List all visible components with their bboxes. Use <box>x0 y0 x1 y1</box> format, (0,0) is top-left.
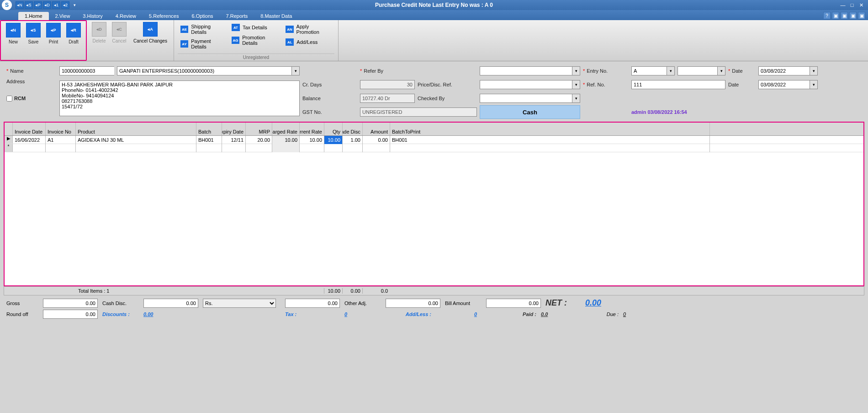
entry-series-input[interactable] <box>631 66 667 75</box>
referby-dropdown-button[interactable]: ▾ <box>572 66 580 75</box>
entryno-input[interactable] <box>677 66 717 75</box>
addless-value[interactable]: 0 <box>436 311 477 317</box>
grid-row[interactable]: ▶ 16/06/2022 A1 AGIDEXA INJ 30 ML BH001 … <box>5 136 863 144</box>
discounts-label[interactable]: Discounts : <box>102 311 139 317</box>
paid-label[interactable]: Paid : <box>482 311 536 317</box>
tab-home[interactable]: 1.Home <box>18 12 49 20</box>
qat-btn-1[interactable]: ◂N <box>16 1 24 9</box>
tax-label[interactable]: Tax : <box>285 311 340 317</box>
name-full-combo[interactable]: ▾ <box>117 66 300 75</box>
cell-rate[interactable]: 10.00 <box>300 136 324 144</box>
name-code-combo[interactable] <box>59 66 114 75</box>
draft-button[interactable]: ◂RDraft <box>65 23 82 44</box>
close-button[interactable]: ✕ <box>858 2 864 8</box>
col-invoice-no[interactable]: Invoice No <box>46 123 76 135</box>
tab-history[interactable]: 3.History <box>76 12 109 20</box>
tab-reports[interactable]: 7.Reports <box>220 12 254 20</box>
date2-input[interactable] <box>758 80 810 89</box>
cash-button[interactable]: Cash <box>480 105 580 119</box>
checkedby-combo[interactable]: ▾ <box>480 94 580 103</box>
tax-value[interactable]: 0 <box>344 311 372 317</box>
col-expiry-date[interactable]: Expiry Date <box>222 123 246 135</box>
cell-tdisc[interactable]: 1.00 <box>343 136 363 144</box>
checkedby-input[interactable] <box>480 94 572 103</box>
cashdisc-input[interactable] <box>143 299 198 308</box>
name-dropdown-button[interactable]: ▾ <box>291 66 300 75</box>
referby-input[interactable] <box>480 66 572 75</box>
promotion-details-link[interactable]: AGPromotion Details <box>232 35 280 46</box>
cell-product[interactable]: AGIDEXA INJ 30 ML <box>76 136 196 144</box>
date1-combo[interactable]: ▾ <box>758 66 818 75</box>
toolbar-icon-3[interactable]: ▣ <box>849 12 857 19</box>
tax-details-link[interactable]: ATTax Details <box>232 24 280 31</box>
qat-btn-4[interactable]: ◂D <box>43 1 51 9</box>
qat-dropdown[interactable]: ▾ <box>70 1 79 9</box>
cell-mrp[interactable]: 20.00 <box>246 136 272 144</box>
refno-input[interactable] <box>631 80 725 89</box>
entry-series-dropdown[interactable]: ▾ <box>667 66 675 75</box>
entry-series-combo[interactable]: ▾ <box>631 66 675 75</box>
shipping-details-link[interactable]: AEShipping Details <box>180 24 226 35</box>
col-amount[interactable]: Amount <box>363 123 390 135</box>
qat-btn-2[interactable]: ◂S <box>25 1 33 9</box>
date1-dropdown[interactable]: ▾ <box>810 66 818 75</box>
col-mrp[interactable]: MRP <box>246 123 272 135</box>
name-code-input[interactable] <box>59 66 114 75</box>
tab-options[interactable]: 6.Options <box>185 12 219 20</box>
qat-btn-3[interactable]: ◂P <box>34 1 42 9</box>
col-charged-rate[interactable]: Charged Rate <box>272 123 300 135</box>
tab-references[interactable]: 5.References <box>143 12 185 20</box>
col-invoice-date[interactable]: Invoice Date <box>13 123 46 135</box>
print-button[interactable]: ◂PPrint <box>45 23 62 44</box>
minimize-button[interactable]: — <box>840 2 846 8</box>
col-batch[interactable]: Batch <box>196 123 222 135</box>
cell-expdate[interactable]: 12/11 <box>222 136 246 144</box>
cell-batch[interactable]: BH001 <box>196 136 222 144</box>
col-product[interactable]: Product <box>76 123 196 135</box>
checkedby-dropdown[interactable]: ▾ <box>572 94 580 103</box>
qat-btn-5[interactable]: ◂1 <box>52 1 60 9</box>
entryno-combo[interactable]: ▾ <box>677 66 725 75</box>
grid-row-new[interactable]: * <box>5 144 863 152</box>
paid-value[interactable]: 0.0 <box>541 311 577 317</box>
cell-amount[interactable]: 0.00 <box>363 136 390 144</box>
save-button[interactable]: ◂SSave <box>25 23 42 44</box>
discounts-value[interactable]: 0.00 <box>143 311 198 317</box>
cell-btp[interactable]: BH001 <box>390 136 710 144</box>
addless-link[interactable]: ALAdd/Less <box>286 38 332 46</box>
new-button[interactable]: ◂NNew <box>5 23 22 44</box>
col-current-rate[interactable]: Current Rate <box>300 123 324 135</box>
pricedisc-input[interactable] <box>480 80 572 89</box>
name-full-input[interactable] <box>117 66 291 75</box>
toolbar-icon-4[interactable]: ▣ <box>858 12 865 19</box>
entryno-dropdown[interactable]: ▾ <box>717 66 725 75</box>
otheradj-input[interactable] <box>386 299 440 308</box>
tab-review[interactable]: 4.Review <box>109 12 143 20</box>
date2-combo[interactable]: ▾ <box>758 80 818 89</box>
col-qty[interactable]: Qty <box>324 123 343 135</box>
addless-label[interactable]: Add/Less : <box>376 311 431 317</box>
col-batch-to-print[interactable]: BatchToPrint <box>390 123 710 135</box>
maximize-button[interactable]: □ <box>849 2 855 8</box>
pricedisc-combo[interactable]: ▾ <box>480 80 580 89</box>
col-trade-disc[interactable]: Trade Disc <box>343 123 363 135</box>
cell-invdate[interactable]: 16/06/2022 <box>13 136 46 144</box>
pricedisc-dropdown[interactable]: ▾ <box>572 80 580 89</box>
cashdisc-unit-select[interactable]: Rs. <box>203 299 276 308</box>
payment-details-link[interactable]: AYPayment Details <box>180 38 226 49</box>
cell-qty[interactable]: 10.00 <box>324 136 343 144</box>
qat-btn-6[interactable]: ◂2 <box>61 1 69 9</box>
date2-dropdown[interactable]: ▾ <box>810 80 818 89</box>
address-input[interactable]: H-53 JAKHESHWER MARG-BANI PARK JAIPUR Ph… <box>59 80 300 116</box>
cell-crate[interactable]: 10.00 <box>272 136 300 144</box>
date1-input[interactable] <box>758 66 810 75</box>
tab-masterdata[interactable]: 8.Master Data <box>254 12 298 20</box>
apply-promotion-link[interactable]: ANApply Promotion <box>286 24 332 35</box>
cell-invno[interactable]: A1 <box>46 136 76 144</box>
help-icon[interactable]: ? <box>823 12 831 19</box>
cancel-changes-button[interactable]: ◂ACancel Changes <box>131 22 170 43</box>
toolbar-icon-1[interactable]: ▣ <box>832 12 839 19</box>
tab-view[interactable]: 2.View <box>49 12 77 20</box>
referby-combo[interactable]: ▾ <box>480 66 580 75</box>
rcm-checkbox[interactable] <box>6 96 12 102</box>
